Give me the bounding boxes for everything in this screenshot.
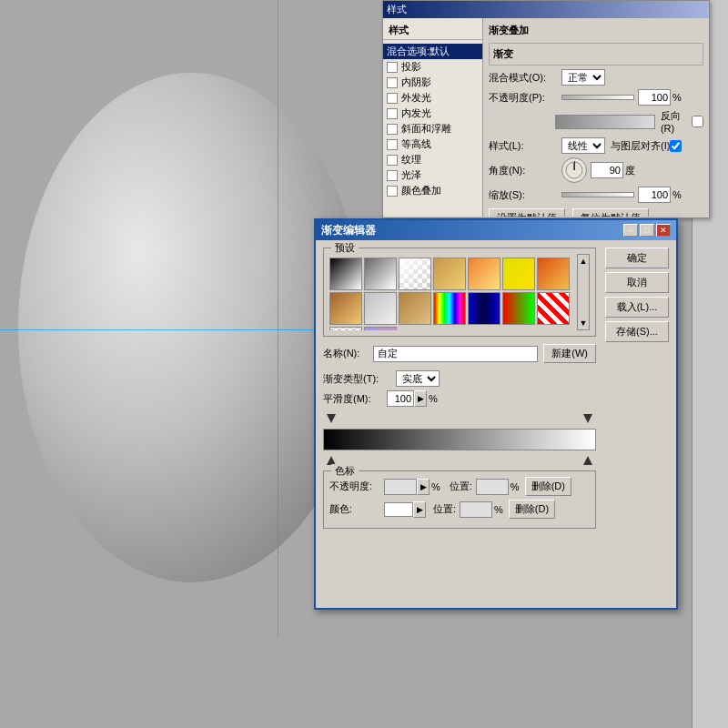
new-button[interactable]: 新建(W) (543, 344, 596, 363)
load-button[interactable]: 载入(L)... (605, 297, 669, 318)
style-item-drop-shadow[interactable]: 投影 (383, 59, 482, 75)
preset-scrollbar[interactable]: ▲ ▼ (577, 254, 590, 330)
maximize-button[interactable]: □ (640, 224, 654, 237)
layer-style-panel: 样式 样式 混合选项:默认 投影 内阴影 外发光 内发光 (382, 0, 710, 218)
style-item-bevel[interactable]: 斜面和浮雕 (383, 121, 482, 136)
style-label: 样式(L): (489, 139, 561, 153)
style-item-default[interactable]: 混合选项:默认 (383, 44, 482, 59)
cancel-button[interactable]: 取消 (605, 272, 669, 293)
bevel-label: 斜面和浮雕 (401, 122, 451, 136)
preset-0[interactable] (329, 258, 362, 290)
contour-checkbox[interactable] (387, 139, 398, 150)
reset-default-button[interactable]: 复位为默认值 (572, 208, 649, 217)
preset-grid (329, 258, 573, 330)
drop-shadow-label: 投影 (401, 60, 421, 74)
color-stop-section-label: 色标 (331, 464, 359, 478)
gradient-preview-bar[interactable] (555, 115, 655, 129)
style-select[interactable]: 线性 (561, 137, 605, 154)
opacity-pos-label: 位置: (450, 480, 472, 493)
scale-row: 缩放(S): % (489, 187, 703, 203)
scale-slider[interactable] (561, 192, 634, 197)
opacity-stop-value[interactable] (384, 479, 417, 495)
inner-glow-label: 内发光 (401, 106, 431, 120)
minimize-button[interactable]: − (623, 224, 638, 237)
style-item-contour[interactable]: 等高线 (383, 136, 482, 152)
satin-label: 光泽 (401, 168, 421, 182)
opacity-slider[interactable] (561, 95, 634, 100)
preset-1[interactable] (364, 258, 397, 290)
scale-input[interactable] (638, 187, 671, 203)
preset-4[interactable] (468, 258, 500, 290)
style-item-color-overlay[interactable]: 颜色叠加 (383, 183, 482, 198)
preset-14[interactable] (329, 327, 362, 330)
preset-2[interactable] (399, 258, 431, 290)
satin-checkbox[interactable] (387, 170, 398, 181)
smoothness-arrow[interactable]: ▶ (414, 390, 427, 407)
scroll-down-icon[interactable]: ▼ (580, 318, 588, 328)
style-item-default-label: 混合选项:默认 (387, 45, 450, 58)
color-delete-button[interactable]: 删除(D) (509, 500, 555, 519)
style-item-inner-shadow[interactable]: 内阴影 (383, 75, 482, 90)
preset-6[interactable] (537, 258, 570, 290)
opacity-stop-arrow[interactable]: ▶ (417, 479, 430, 495)
preset-15[interactable] (364, 327, 397, 330)
preset-10[interactable] (433, 292, 466, 325)
preset-7[interactable] (329, 292, 362, 325)
color-stop-section: 色标 不透明度: ▶ % 位置: % 删除(D) 颜色: ▶ 位置: % 删除 (323, 470, 596, 529)
crosshair-vertical (278, 0, 278, 637)
smoothness-label: 平滑度(M): (323, 392, 387, 406)
color-swatch[interactable] (384, 502, 413, 517)
style-list-title: 样式 (383, 22, 482, 40)
preset-13[interactable] (537, 292, 570, 325)
opacity-input[interactable] (638, 89, 671, 106)
preset-11[interactable] (468, 292, 500, 325)
blend-mode-select[interactable]: 正常 (561, 69, 605, 86)
inner-glow-checkbox[interactable] (387, 108, 398, 119)
name-input[interactable] (373, 346, 538, 362)
preset-3[interactable] (433, 258, 466, 290)
texture-checkbox[interactable] (387, 155, 398, 166)
preset-12[interactable] (502, 292, 535, 325)
canvas-ellipse (18, 73, 364, 582)
save-button[interactable]: 存储(S)... (605, 321, 669, 342)
align-checkbox[interactable] (670, 140, 682, 152)
close-button[interactable]: ✕ (656, 224, 671, 237)
angle-knob[interactable] (561, 157, 587, 183)
ok-button[interactable]: 确定 (605, 248, 669, 268)
bottom-stops (323, 452, 596, 465)
color-stop-right[interactable] (583, 456, 592, 465)
preset-5[interactable] (502, 258, 535, 290)
blend-mode-row: 混合模式(O): 正常 (489, 69, 703, 86)
color-pos-label: 位置: (433, 502, 456, 516)
opacity-pos-input[interactable] (476, 479, 509, 495)
opacity-delete-button[interactable]: 删除(D) (525, 477, 571, 496)
type-label: 渐变类型(T): (323, 372, 396, 386)
opacity-stop-right[interactable] (583, 414, 592, 423)
style-item-texture[interactable]: 纹理 (383, 152, 482, 167)
scroll-up-icon[interactable]: ▲ (580, 257, 588, 266)
smoothness-input[interactable] (387, 390, 414, 407)
color-pos-input[interactable] (460, 501, 492, 518)
gradient-bar[interactable] (323, 429, 596, 450)
style-item-satin[interactable]: 光泽 (383, 167, 482, 183)
outer-glow-checkbox[interactable] (387, 93, 398, 104)
color-overlay-checkbox[interactable] (387, 186, 398, 197)
style-item-outer-glow[interactable]: 外发光 (383, 90, 482, 106)
bevel-checkbox[interactable] (387, 124, 398, 135)
inner-shadow-label: 内阴影 (401, 76, 431, 89)
angle-unit: 度 (625, 164, 635, 177)
set-default-button[interactable]: 设置为默认值 (489, 208, 565, 217)
inner-shadow-checkbox[interactable] (387, 77, 398, 88)
preset-area: ▲ ▼ (329, 254, 590, 330)
angle-input[interactable] (591, 162, 623, 178)
preset-8[interactable] (364, 292, 397, 325)
color-stop-row: 颜色: ▶ 位置: % 删除(D) (329, 500, 590, 519)
opacity-unit: % (672, 92, 682, 103)
style-item-inner-glow[interactable]: 内发光 (383, 106, 482, 121)
opacity-stop-left[interactable] (327, 414, 336, 423)
type-select[interactable]: 实底 (396, 370, 440, 387)
preset-9[interactable] (399, 292, 431, 325)
drop-shadow-checkbox[interactable] (387, 62, 398, 73)
color-arrow[interactable]: ▶ (413, 501, 426, 518)
reverse-checkbox[interactable] (692, 116, 703, 127)
